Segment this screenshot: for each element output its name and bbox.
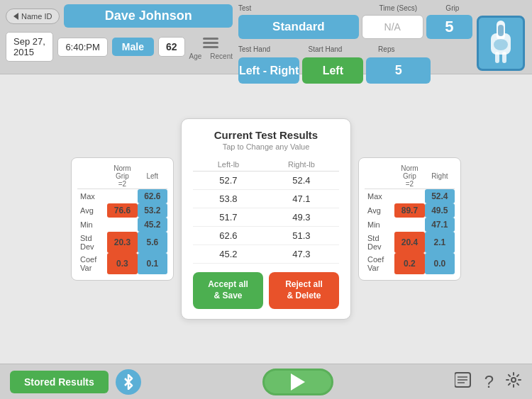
menu-icon[interactable]: [197, 34, 224, 52]
stat-norm-val: [394, 218, 424, 232]
right-col-norm: Norm Grip =2: [394, 164, 424, 189]
recent-label: Recent: [210, 52, 233, 60]
patient-name[interactable]: Dave Johnson: [64, 4, 233, 28]
test-label: Test: [238, 4, 364, 12]
stat-val[interactable]: 49.5: [425, 203, 455, 218]
col-right-lb: Right-lb: [264, 158, 339, 172]
gender-field[interactable]: Male: [112, 38, 154, 56]
stat-val[interactable]: 47.1: [425, 218, 455, 232]
stat-norm-val: [394, 189, 424, 204]
test-config-inner: Test Time (Secs) Grip Standard N/A 5 Tes…: [238, 4, 472, 69]
table-row[interactable]: 53.847.1: [193, 190, 339, 208]
test-hand-label: Test Hand: [238, 45, 270, 53]
results-buttons: Accept all& Save Reject all& Delete: [193, 272, 339, 308]
left-stats-panel: Norm Grip =2 Left Max62.6Avg76.653.2Min4…: [71, 157, 174, 281]
table-row[interactable]: 52.752.4: [193, 172, 339, 190]
stat-row-label: Std Dev: [77, 232, 107, 253]
col-left-lb: Left-lb: [193, 158, 264, 172]
results-subtitle: Tap to Change any Value: [193, 142, 339, 151]
reps-label: Reps: [378, 45, 394, 53]
result-left-val[interactable]: 53.8: [193, 190, 264, 208]
result-right-val[interactable]: 47.3: [264, 245, 339, 264]
reps-value-box[interactable]: 5: [426, 15, 472, 39]
play-button[interactable]: [262, 369, 333, 395]
result-left-val[interactable]: 62.6: [193, 227, 264, 245]
stat-val[interactable]: 2.1: [425, 232, 455, 253]
stat-val[interactable]: 45.2: [138, 218, 167, 232]
grip-device-svg: [485, 19, 516, 67]
left-col-norm: Norm Grip =2: [107, 164, 137, 189]
time-label: Time (Secs): [367, 4, 430, 12]
table-row: Avg76.653.2: [77, 203, 167, 218]
stored-results-button[interactable]: Stored Results: [10, 371, 109, 393]
bluetooth-button[interactable]: [116, 369, 141, 395]
grip-label: Grip: [433, 4, 472, 12]
stat-val[interactable]: 62.6: [138, 189, 167, 204]
patient-info: Sep 27, 2015 6:40:PM Male 62 Age Recent: [6, 32, 233, 62]
result-right-val[interactable]: 49.3: [264, 208, 339, 227]
back-arrow-icon: [13, 13, 18, 20]
stat-row-label: Avg: [365, 203, 394, 218]
reject-all-button[interactable]: Reject all& Delete: [269, 272, 339, 308]
table-row: Std Dev20.35.6: [77, 232, 167, 253]
list-icon[interactable]: [455, 372, 473, 392]
name-bar: Name ID Dave Johnson: [6, 4, 233, 28]
help-icon[interactable]: ?: [484, 372, 494, 392]
table-row[interactable]: 51.749.3: [193, 208, 339, 227]
result-right-val[interactable]: 47.1: [264, 190, 339, 208]
stat-val[interactable]: 52.4: [425, 189, 455, 204]
stat-val[interactable]: 5.6: [138, 232, 167, 253]
footer-icons: ?: [455, 371, 522, 393]
left-stats-table: Norm Grip =2 Left Max62.6Avg76.653.2Min4…: [77, 164, 167, 274]
start-hand-label: Start Hand: [309, 45, 343, 53]
svg-point-10: [511, 378, 516, 382]
right-col-label: Right: [425, 164, 455, 189]
table-row: Max52.4: [365, 189, 455, 204]
time-field[interactable]: 6:40:PM: [57, 38, 107, 57]
test-config-panel: Test Time (Secs) Grip Standard N/A 5 Tes…: [238, 4, 526, 69]
date-field[interactable]: Sep 27, 2015: [6, 32, 53, 62]
age-field[interactable]: 62: [158, 37, 185, 57]
stat-val[interactable]: 53.2: [138, 203, 167, 218]
stat-norm-val: 0.3: [107, 253, 137, 274]
table-row: Min45.2: [77, 218, 167, 232]
result-left-val[interactable]: 52.7: [193, 172, 264, 190]
table-row[interactable]: 62.651.3: [193, 227, 339, 245]
result-right-val[interactable]: 51.3: [264, 227, 339, 245]
settings-icon[interactable]: [505, 371, 522, 393]
left-col-empty: [77, 164, 107, 189]
table-row: Min47.1: [365, 218, 455, 232]
play-icon: [291, 373, 305, 390]
right-stats-table: Norm Grip =2 Right Max52.4Avg89.749.5Min…: [365, 164, 455, 274]
stat-row-label: Max: [365, 189, 394, 204]
stat-norm-val: [107, 218, 137, 232]
footer: Stored Results ?: [0, 364, 532, 399]
stat-val[interactable]: 0.1: [138, 253, 167, 274]
grip-image-box: [475, 17, 526, 69]
svg-rect-5: [498, 25, 504, 36]
accept-all-button[interactable]: Accept all& Save: [193, 272, 263, 308]
svg-rect-3: [502, 52, 506, 63]
standard-button[interactable]: Standard: [238, 15, 359, 39]
right-stats-panel: Norm Grip =2 Right Max52.4Avg89.749.5Min…: [358, 157, 461, 281]
table-row: Avg89.749.5: [365, 203, 455, 218]
age-label: Age: [189, 52, 202, 60]
stat-row-label: Min: [77, 218, 107, 232]
stat-row-label: Min: [365, 218, 394, 232]
stat-val[interactable]: 0.0: [425, 253, 455, 274]
stat-norm-val: 0.2: [394, 253, 424, 274]
stat-row-label: Coef Var: [365, 253, 394, 274]
table-row[interactable]: 45.247.3: [193, 245, 339, 264]
result-right-val[interactable]: 52.4: [264, 172, 339, 190]
time-value-box[interactable]: N/A: [362, 15, 423, 39]
stat-norm-val: 20.3: [107, 232, 137, 253]
stat-row-label: Avg: [77, 203, 107, 218]
result-left-val[interactable]: 51.7: [193, 208, 264, 227]
header: Name ID Dave Johnson Sep 27, 2015 6:40:P…: [0, 0, 532, 74]
bluetooth-icon: [122, 374, 135, 390]
table-row: Coef Var0.20.0: [365, 253, 455, 274]
time-label-cell: Time (Secs): [367, 4, 430, 12]
results-panel: Current Test Results Tap to Change any V…: [181, 118, 351, 319]
result-left-val[interactable]: 45.2: [193, 245, 264, 264]
name-id-button[interactable]: Name ID: [6, 9, 60, 24]
